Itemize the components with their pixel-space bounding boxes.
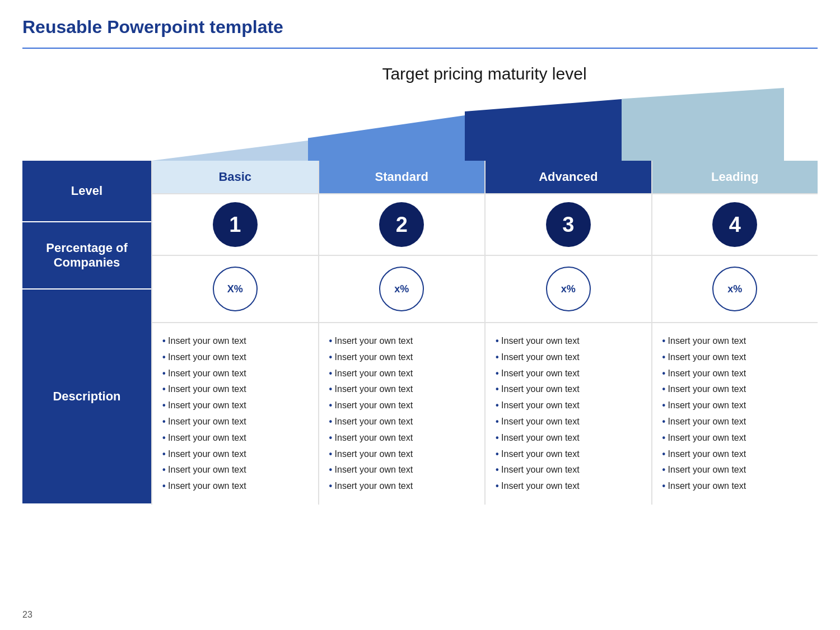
- table-area: Level Percentage of Companies Descriptio…: [22, 161, 818, 505]
- list-item: Insert your own text: [662, 398, 808, 414]
- pct-circle-leading: x%: [712, 267, 757, 311]
- pct-circle-advanced: x%: [546, 267, 591, 311]
- list-item: Insert your own text: [162, 414, 308, 430]
- col-header-basic: Basic: [152, 161, 318, 194]
- col-desc-cell-basic: Insert your own textInsert your own text…: [152, 323, 318, 505]
- list-item: Insert your own text: [662, 430, 808, 446]
- row-label-pct: Percentage of Companies: [22, 222, 151, 290]
- list-item: Insert your own text: [329, 478, 475, 494]
- list-item: Insert your own text: [496, 478, 641, 494]
- col-desc-cell-leading: Insert your own textInsert your own text…: [652, 323, 818, 505]
- list-item: Insert your own text: [162, 430, 308, 446]
- list-item: Insert your own text: [162, 462, 308, 478]
- pct-circle-standard: x%: [379, 267, 424, 311]
- page-title: Reusable Powerpoint template: [22, 17, 818, 38]
- list-item: Insert your own text: [162, 349, 308, 366]
- list-item: Insert your own text: [662, 333, 808, 349]
- list-item: Insert your own text: [162, 446, 308, 463]
- list-item: Insert your own text: [662, 366, 808, 382]
- col-desc-cell-standard: Insert your own textInsert your own text…: [319, 323, 485, 505]
- list-item: Insert your own text: [496, 398, 641, 414]
- list-item: Insert your own text: [496, 430, 641, 446]
- col-level-cell-leading: 4: [652, 194, 818, 256]
- maturity-bar-leading: [622, 88, 784, 161]
- col-standard: Standard2x%Insert your own textInsert yo…: [318, 161, 485, 505]
- main-content: Target pricing maturity level: [22, 54, 818, 505]
- maturity-bar-basic: [151, 127, 308, 161]
- list-item: Insert your own text: [496, 381, 641, 398]
- list-item: Insert your own text: [162, 478, 308, 494]
- col-header-standard: Standard: [319, 161, 485, 194]
- columns-area: Basic1X%Insert your own textInsert your …: [151, 161, 818, 505]
- list-item: Insert your own text: [162, 366, 308, 382]
- col-desc-cell-advanced: Insert your own textInsert your own text…: [486, 323, 651, 505]
- page-number: 23: [22, 610, 32, 620]
- row-label-level: Level: [22, 161, 151, 222]
- list-item: Insert your own text: [162, 398, 308, 414]
- list-item: Insert your own text: [662, 349, 808, 366]
- row-labels: Level Percentage of Companies Descriptio…: [22, 161, 151, 505]
- col-leading: Leading4x%Insert your own textInsert you…: [651, 161, 818, 505]
- col-pct-cell-advanced: x%: [486, 256, 651, 323]
- maturity-bar-advanced: [465, 99, 622, 161]
- row-label-desc: Description: [22, 290, 151, 505]
- level-circle-advanced: 3: [546, 202, 591, 247]
- list-item: Insert your own text: [662, 462, 808, 478]
- list-item: Insert your own text: [662, 381, 808, 398]
- list-item: Insert your own text: [329, 398, 475, 414]
- list-item: Insert your own text: [329, 430, 475, 446]
- list-item: Insert your own text: [496, 349, 641, 366]
- list-item: Insert your own text: [662, 414, 808, 430]
- divider: [22, 48, 818, 49]
- maturity-bar-area: [151, 88, 818, 161]
- page: Reusable Powerpoint template Target pric…: [0, 0, 840, 630]
- list-item: Insert your own text: [329, 333, 475, 349]
- col-level-cell-standard: 2: [319, 194, 485, 256]
- list-item: Insert your own text: [329, 446, 475, 463]
- list-item: Insert your own text: [329, 462, 475, 478]
- col-advanced: Advanced3x%Insert your own textInsert yo…: [484, 161, 651, 505]
- level-circle-basic: 1: [213, 202, 258, 247]
- list-item: Insert your own text: [496, 333, 641, 349]
- col-pct-cell-leading: x%: [652, 256, 818, 323]
- col-pct-cell-standard: x%: [319, 256, 485, 323]
- list-item: Insert your own text: [662, 446, 808, 463]
- col-pct-cell-basic: X%: [152, 256, 318, 323]
- col-header-advanced: Advanced: [486, 161, 651, 194]
- pct-circle-basic: X%: [213, 267, 258, 311]
- chart-title: Target pricing maturity level: [151, 54, 818, 88]
- list-item: Insert your own text: [496, 414, 641, 430]
- col-level-cell-advanced: 3: [486, 194, 651, 256]
- col-header-leading: Leading: [652, 161, 818, 194]
- list-item: Insert your own text: [329, 349, 475, 366]
- list-item: Insert your own text: [496, 366, 641, 382]
- list-item: Insert your own text: [496, 446, 641, 463]
- list-item: Insert your own text: [329, 381, 475, 398]
- level-circle-standard: 2: [379, 202, 424, 247]
- list-item: Insert your own text: [162, 381, 308, 398]
- maturity-bar-standard: [308, 110, 465, 161]
- col-level-cell-basic: 1: [152, 194, 318, 256]
- list-item: Insert your own text: [662, 478, 808, 494]
- list-item: Insert your own text: [329, 366, 475, 382]
- list-item: Insert your own text: [162, 333, 308, 349]
- level-circle-leading: 4: [712, 202, 757, 247]
- list-item: Insert your own text: [496, 462, 641, 478]
- list-item: Insert your own text: [329, 414, 475, 430]
- col-basic: Basic1X%Insert your own textInsert your …: [151, 161, 318, 505]
